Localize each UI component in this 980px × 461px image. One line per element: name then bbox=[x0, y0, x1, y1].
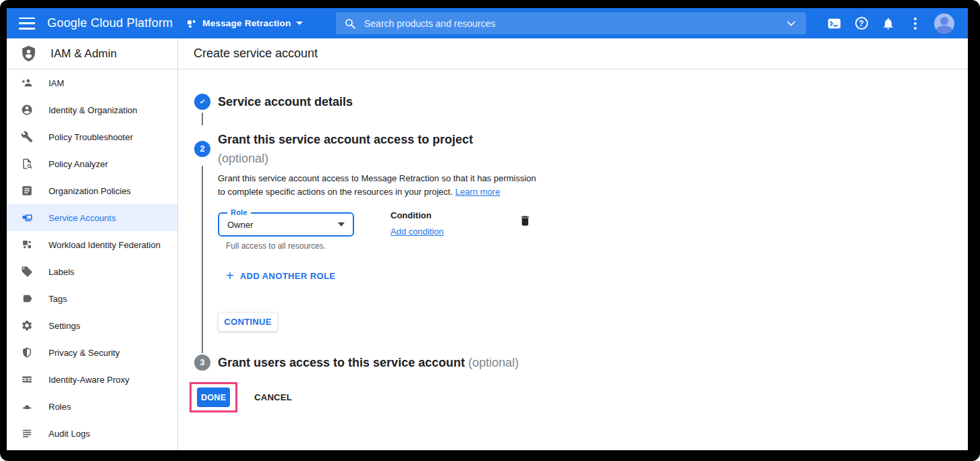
continue-button[interactable]: CONTINUE bbox=[218, 312, 278, 332]
page-title: Create service account bbox=[194, 47, 318, 61]
document-lines-icon bbox=[21, 185, 33, 197]
search-icon bbox=[344, 18, 356, 30]
sidebar-item-settings[interactable]: Settings bbox=[7, 312, 177, 339]
wrench-icon bbox=[21, 131, 33, 143]
chevron-down-icon[interactable] bbox=[784, 17, 798, 30]
cancel-button[interactable]: CANCEL bbox=[250, 388, 296, 407]
step2-title: Grant this service account access to pro… bbox=[218, 131, 473, 148]
add-another-role-button[interactable]: + ADD ANOTHER ROLE bbox=[226, 270, 335, 282]
step-connector bbox=[202, 113, 203, 125]
search-input[interactable] bbox=[363, 18, 784, 30]
plus-icon: + bbox=[226, 270, 234, 282]
label-arrow-icon bbox=[21, 293, 33, 305]
role-field-label: Role bbox=[227, 208, 251, 216]
condition-label: Condition bbox=[391, 210, 432, 220]
help-icon[interactable]: ? bbox=[853, 16, 869, 32]
notifications-icon[interactable] bbox=[880, 16, 896, 32]
dropdown-caret-icon bbox=[338, 222, 345, 226]
add-condition-link[interactable]: Add condition bbox=[391, 226, 444, 237]
step1-title: Service account details bbox=[218, 94, 353, 110]
step1-check-icon bbox=[194, 94, 210, 110]
project-name: Message Retraction bbox=[202, 18, 291, 28]
sidebar-item-label: Roles bbox=[49, 402, 71, 412]
step2-optional: (optional) bbox=[218, 150, 268, 166]
sidebar-item-service-accounts[interactable]: Service Accounts bbox=[7, 204, 177, 231]
step2-number: 2 bbox=[194, 141, 210, 157]
sidebar-nav: IAM Identity & Organization Policy Troub… bbox=[7, 69, 177, 447]
menu-icon[interactable] bbox=[19, 18, 35, 30]
sidebar-item-label: Audit Logs bbox=[49, 429, 90, 439]
workload-squares-icon bbox=[21, 239, 33, 251]
done-button-highlight: DONE bbox=[190, 382, 237, 412]
sidebar-item-organization-policies[interactable]: Organization Policies bbox=[7, 177, 177, 204]
step2-description: Grant this service account access to Mes… bbox=[218, 172, 536, 199]
person-add-icon bbox=[21, 77, 33, 89]
sidebar-item-labels[interactable]: Labels bbox=[7, 258, 177, 285]
topbar: Google Cloud Platform Message Retraction bbox=[7, 8, 968, 38]
sidebar-item-label: Workload Identity Federation bbox=[49, 240, 161, 250]
cloud-shell-icon[interactable] bbox=[826, 16, 842, 32]
sidebar-item-identity-aware-proxy[interactable]: Identity-Aware Proxy bbox=[7, 366, 177, 393]
sidebar-item-label: Policy Troubleshooter bbox=[49, 132, 133, 142]
sidebar-item-label: Service Accounts bbox=[49, 213, 116, 223]
sidebar-item-label: Tags bbox=[49, 294, 67, 304]
search-bar[interactable] bbox=[336, 12, 806, 34]
tag-icon bbox=[21, 266, 33, 278]
sidebar-item-audit-logs[interactable]: Audit Logs bbox=[7, 420, 177, 447]
main-panel: Create service account Service account d… bbox=[178, 38, 968, 450]
step3-optional: (optional) bbox=[468, 356, 519, 369]
sidebar-item-label: Identity & Organization bbox=[49, 105, 138, 115]
topbar-actions: ? bbox=[826, 8, 968, 38]
sidebar-item-label: Policy Analyzer bbox=[49, 159, 108, 169]
wizard: Service account details 2 Grant this ser… bbox=[178, 69, 968, 450]
role-dropdown[interactable]: Role Owner bbox=[218, 212, 354, 237]
sidebar-item-label: Labels bbox=[49, 267, 74, 277]
window-frame: Google Cloud Platform Message Retraction bbox=[0, 0, 980, 461]
caret-down-icon bbox=[296, 22, 303, 25]
step3-title: Grant users access to this service accou… bbox=[218, 356, 465, 369]
sidebar-item-label: Privacy & Security bbox=[49, 348, 119, 358]
learn-more-link[interactable]: Learn more bbox=[455, 187, 500, 197]
detective-hat-icon bbox=[21, 400, 33, 412]
page-header: Create service account bbox=[178, 38, 968, 69]
brand-logo[interactable]: Google Cloud Platform bbox=[47, 16, 173, 30]
trash-icon[interactable] bbox=[519, 214, 531, 230]
project-grid-icon bbox=[186, 18, 197, 29]
sidebar-item-workload-identity-federation[interactable]: Workload Identity Federation bbox=[7, 231, 177, 258]
step-connector bbox=[202, 166, 203, 353]
sidebar-item-label: Settings bbox=[49, 321, 80, 331]
sidebar-item-policy-analyzer[interactable]: Policy Analyzer bbox=[7, 150, 177, 177]
sidebar-item-privacy-security[interactable]: Privacy & Security bbox=[7, 339, 177, 366]
sidebar-header: IAM & Admin bbox=[7, 38, 177, 69]
more-vertical-icon[interactable] bbox=[907, 16, 923, 32]
service-account-key-icon bbox=[21, 212, 33, 224]
sidebar-title: IAM & Admin bbox=[51, 47, 117, 61]
sidebar-item-label: Identity-Aware Proxy bbox=[49, 375, 129, 385]
role-selected-value: Owner bbox=[227, 220, 253, 230]
avatar[interactable] bbox=[934, 13, 954, 34]
sidebar: IAM & Admin IAM Identity & Organization bbox=[7, 38, 178, 450]
done-button[interactable]: DONE bbox=[197, 388, 230, 407]
sidebar-item-label: Organization Policies bbox=[49, 186, 131, 196]
shield-person-icon bbox=[20, 45, 37, 62]
person-circle-icon bbox=[21, 104, 33, 116]
screen: Google Cloud Platform Message Retraction bbox=[7, 8, 968, 450]
list-lines-icon bbox=[21, 427, 33, 439]
proxy-layers-icon bbox=[21, 373, 33, 386]
sidebar-item-policy-troubleshooter[interactable]: Policy Troubleshooter bbox=[7, 123, 177, 150]
gear-icon bbox=[21, 319, 33, 332]
sidebar-item-identity-organization[interactable]: Identity & Organization bbox=[7, 96, 177, 123]
project-selector[interactable]: Message Retraction bbox=[186, 18, 303, 29]
document-search-icon bbox=[21, 158, 33, 170]
step3-number: 3 bbox=[194, 355, 210, 371]
sidebar-item-iam[interactable]: IAM bbox=[7, 69, 177, 96]
sidebar-item-label: IAM bbox=[49, 78, 64, 88]
role-helper-text: Full access to all resources. bbox=[226, 241, 326, 251]
shield-half-icon bbox=[21, 346, 33, 359]
sidebar-item-tags[interactable]: Tags bbox=[7, 285, 177, 312]
step3-title-row: Grant users access to this service accou… bbox=[218, 355, 519, 371]
sidebar-item-roles[interactable]: Roles bbox=[7, 393, 177, 420]
